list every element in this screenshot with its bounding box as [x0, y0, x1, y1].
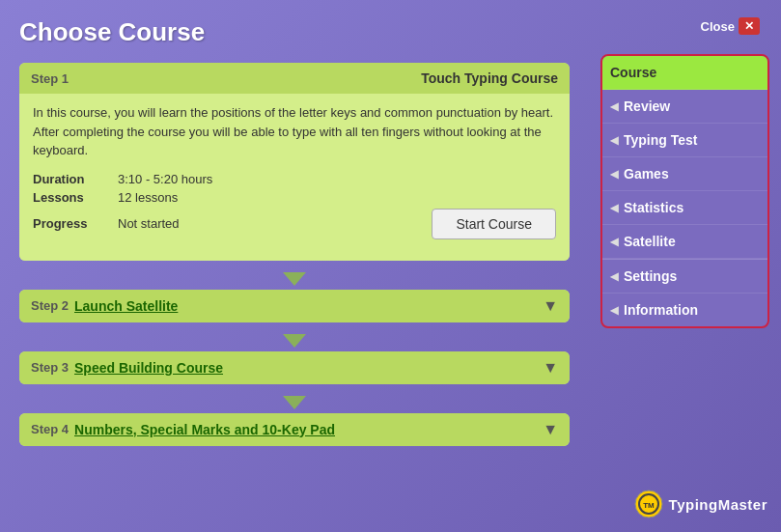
arrow-down-icon-3	[283, 396, 306, 409]
step-1-meta: Duration 3:10 - 5:20 hours Lessons 12 le…	[33, 172, 556, 239]
step-2-label: Step 2	[31, 298, 69, 313]
brand-text: TypingMaster	[669, 496, 767, 513]
step-4-header[interactable]: Step 4 Numbers, Special Marks and 10-Key…	[19, 413, 570, 446]
step-4-title[interactable]: Numbers, Special Marks and 10-Key Pad	[74, 422, 335, 437]
step-2-header[interactable]: Step 2 Launch Satellite ▼	[19, 290, 570, 322]
progress-value: Not started	[118, 216, 180, 231]
arrow-down-icon-1	[283, 272, 306, 286]
page-title: Choose Course	[19, 17, 570, 47]
svg-text:TM: TM	[643, 501, 655, 510]
nav-item-satellite[interactable]: ◀ Satellite	[602, 225, 767, 259]
nav-arrow-icon-statistics: ◀	[610, 202, 618, 214]
lessons-label: Lessons	[33, 190, 110, 205]
nav-arrow-icon-typing-test: ◀	[610, 134, 618, 147]
main-container: Choose Course Step 1 Touch Typing Course…	[0, 0, 781, 532]
lessons-value: 12 lessons	[118, 190, 178, 205]
nav-item-statistics[interactable]: ◀ Statistics	[602, 191, 767, 225]
nav-review-label: Review	[624, 98, 670, 114]
nav-item-settings[interactable]: ◀ Settings	[602, 259, 767, 294]
close-x-icon: ✕	[739, 17, 760, 35]
nav-settings-label: Settings	[624, 268, 677, 284]
sidebar-nav: Course ◀ Review ◀ Typing Test ◀ Games ◀ …	[600, 54, 769, 328]
content-area: Choose Course Step 1 Touch Typing Course…	[0, 0, 589, 532]
sidebar: Close ✕ Course ◀ Review ◀ Typing Test ◀ …	[589, 0, 781, 532]
nav-arrow-icon-review: ◀	[610, 100, 618, 113]
nav-item-games[interactable]: ◀ Games	[602, 157, 767, 191]
nav-course-label: Course	[610, 65, 656, 80]
nav-item-typing-test[interactable]: ◀ Typing Test	[602, 124, 767, 157]
nav-satellite-label: Satellite	[624, 234, 676, 249]
branding: TM TypingMaster	[634, 490, 767, 518]
nav-typing-test-label: Typing Test	[624, 132, 697, 148]
arrow-2	[19, 330, 570, 351]
arrow-3	[19, 392, 570, 413]
close-button[interactable]: Close ✕	[693, 14, 767, 39]
step-4-label: Step 4	[31, 422, 69, 436]
step-1-content: In this course, you will learn the posit…	[19, 94, 570, 261]
step-3-header[interactable]: Step 3 Speed Building Course ▼	[19, 351, 570, 384]
nav-item-review[interactable]: ◀ Review	[602, 90, 767, 124]
nav-statistics-label: Statistics	[624, 200, 683, 215]
duration-label: Duration	[33, 172, 110, 186]
chevron-down-icon-3: ▼	[543, 359, 558, 377]
step-1-header: Step 1 Touch Typing Course	[19, 63, 570, 94]
nav-information-label: Information	[624, 302, 698, 318]
chevron-down-icon-2: ▼	[543, 297, 558, 315]
nav-arrow-icon-games: ◀	[610, 168, 618, 181]
nav-arrow-icon-information: ◀	[610, 304, 618, 317]
progress-row: Progress Not started Start Course	[33, 209, 556, 239]
start-course-button[interactable]: Start Course	[432, 209, 556, 239]
nav-item-information[interactable]: ◀ Information	[602, 294, 767, 326]
nav-arrow-icon-satellite: ◀	[610, 236, 618, 248]
duration-row: Duration 3:10 - 5:20 hours	[33, 172, 556, 186]
lessons-row: Lessons 12 lessons	[33, 190, 556, 205]
chevron-down-icon-4: ▼	[543, 421, 558, 438]
step-2-box[interactable]: Step 2 Launch Satellite ▼	[19, 290, 570, 322]
step-3-box[interactable]: Step 3 Speed Building Course ▼	[19, 351, 570, 384]
step-1-description: In this course, you will learn the posit…	[33, 103, 556, 160]
progress-label: Progress	[33, 216, 110, 231]
typingmaster-logo-icon: TM	[634, 490, 663, 518]
duration-value: 3:10 - 5:20 hours	[118, 172, 212, 186]
nav-arrow-icon-settings: ◀	[610, 270, 618, 283]
nav-item-course[interactable]: Course	[602, 56, 767, 90]
step-3-title[interactable]: Speed Building Course	[74, 360, 223, 376]
arrow-1	[19, 268, 570, 290]
step-1-label: Step 1	[31, 71, 69, 86]
step-4-box[interactable]: Step 4 Numbers, Special Marks and 10-Key…	[19, 413, 570, 446]
step-2-title[interactable]: Launch Satellite	[74, 298, 178, 314]
nav-games-label: Games	[624, 166, 669, 182]
arrow-down-icon-2	[283, 334, 306, 348]
step-1-box: Step 1 Touch Typing Course In this cours…	[19, 63, 570, 261]
step-3-label: Step 3	[31, 360, 69, 375]
step-1-title: Touch Typing Course	[421, 70, 558, 86]
close-label: Close	[701, 19, 735, 34]
